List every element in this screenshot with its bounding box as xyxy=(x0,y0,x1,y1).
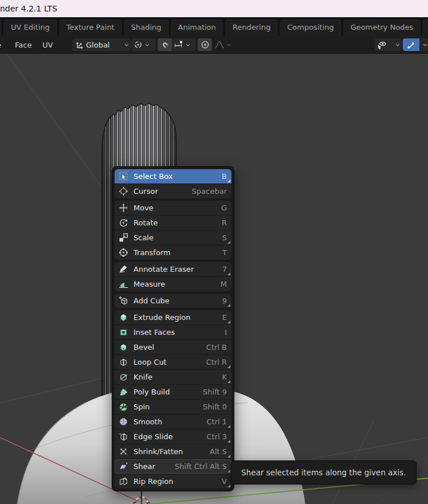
tool-menu-item-smooth[interactable]: SmoothCtrl 1 xyxy=(115,414,231,429)
subtools-corner-icon xyxy=(227,241,230,244)
tab-uv-editing[interactable]: UV Editing xyxy=(3,19,57,36)
tool-menu-item-spin[interactable]: SpinShift 0 xyxy=(115,399,231,414)
tool-label: Transform xyxy=(133,248,171,257)
subtools-corner-icon xyxy=(227,470,230,472)
tool-label: Rip Region xyxy=(133,477,174,486)
tool-menu-item-poly-build[interactable]: Poly BuildShift 9 xyxy=(115,384,231,399)
chevron-down-icon xyxy=(123,41,131,49)
menu-edge[interactable]: e xyxy=(0,36,1,54)
tool-menu-item-cursor[interactable]: CursorSpacebar xyxy=(115,183,231,198)
tool-menu-item-rotate[interactable]: RotateR xyxy=(115,215,231,230)
menu-uv[interactable]: UV xyxy=(42,36,53,54)
subtools-corner-icon xyxy=(227,365,230,368)
blender-window: nder 4.2.1 LTS UV EditingTexture PaintSh… xyxy=(0,0,428,504)
tool-menu-item-loop-cut[interactable]: Loop CutCtrl R xyxy=(115,354,231,369)
knife-icon xyxy=(118,372,128,382)
transform-icon xyxy=(118,248,128,258)
tool-label: Poly Build xyxy=(133,388,170,396)
tool-menu-item-add-cube[interactable]: Add Cube9 xyxy=(115,294,231,308)
tab-texture-paint[interactable]: Texture Paint xyxy=(59,19,122,36)
tool-shortcut: M xyxy=(221,280,227,288)
tool-menu-item-shrink-fatten[interactable]: Shrink/FattenAlt S xyxy=(115,444,231,459)
tab-animation[interactable]: Animation xyxy=(171,19,223,36)
tool-menu-item-edge-slide[interactable]: Edge SlideCtrl 3 xyxy=(115,429,231,444)
tool-menu-item-annotate-eraser[interactable]: Annotate Eraser7 xyxy=(115,262,231,276)
proportional-editing-icon xyxy=(200,40,210,50)
annotate-eraser-icon xyxy=(118,264,128,275)
subtools-corner-icon xyxy=(227,321,230,323)
tool-menu-item-move[interactable]: MoveG xyxy=(115,201,231,215)
tool-menu-item-rip-region[interactable]: Rip RegionV xyxy=(115,474,231,489)
tab-compositing[interactable]: Compositing xyxy=(280,19,341,36)
tool-label: Extrude Region xyxy=(133,313,190,322)
tool-menu-item-select-box[interactable]: Select BoxB xyxy=(115,169,231,183)
cursor-icon xyxy=(118,186,128,197)
tool-label: Scale xyxy=(133,233,154,242)
proportional-editing-toggle[interactable] xyxy=(198,38,212,51)
tool-group: Annotate Eraser7MeasureM xyxy=(115,262,231,291)
tab-shading[interactable]: Shading xyxy=(124,19,169,36)
tool-label: Measure xyxy=(133,280,165,288)
tool-shortcut: T xyxy=(222,248,227,257)
tool-shortcut: Shift 9 xyxy=(203,388,227,396)
tool-shortcut: R xyxy=(222,218,227,227)
tool-shortcut: Ctrl B xyxy=(206,343,227,351)
poly-build-icon xyxy=(118,387,128,397)
tool-popup-menu: Select BoxBCursorSpacebarMoveGRotateRSca… xyxy=(112,166,234,491)
show-gizmo-icon[interactable] xyxy=(403,38,419,51)
tool-shortcut: Shift 0 xyxy=(203,403,227,411)
chevron-down-icon xyxy=(421,41,428,49)
tab-partial[interactable] xyxy=(0,19,2,36)
select-box-icon xyxy=(118,171,128,182)
tool-shortcut: Spacebar xyxy=(192,187,227,196)
tab-geometry-nodes[interactable]: Geometry Nodes xyxy=(343,19,421,36)
subtools-corner-icon xyxy=(227,179,230,182)
tool-label: Move xyxy=(133,204,154,212)
scale-icon xyxy=(118,233,128,243)
tool-label: Rotate xyxy=(133,218,158,227)
tool-label: Annotate Eraser xyxy=(133,265,194,274)
chevron-down-icon xyxy=(184,41,192,49)
tool-menu-item-scale[interactable]: ScaleS xyxy=(115,230,231,245)
tool-shortcut: Alt S xyxy=(210,447,227,456)
tool-label: Shrink/Fatten xyxy=(133,447,183,456)
pivot-point-dropdown[interactable] xyxy=(131,38,156,51)
snap-toggle[interactable] xyxy=(158,38,172,51)
tool-menu-item-measure[interactable]: MeasureM xyxy=(115,276,231,291)
tab-scripti[interactable]: Scripti xyxy=(422,19,428,36)
spin-icon xyxy=(118,402,128,412)
window-titlebar: nder 4.2.1 LTS xyxy=(0,0,428,17)
chevron-down-icon xyxy=(143,41,151,49)
tool-menu-item-knife[interactable]: KnifeK xyxy=(115,369,231,384)
workspace-tabbar: UV EditingTexture PaintShadingAnimationR… xyxy=(0,17,428,36)
tool-shortcut: S xyxy=(222,233,227,242)
tool-label: Smooth xyxy=(133,417,162,426)
tool-label: Edge Slide xyxy=(133,432,173,441)
subtools-corner-icon xyxy=(227,485,230,487)
tooltip: Shear selected items along the given axi… xyxy=(231,460,417,485)
snap-increment-icon xyxy=(174,40,184,50)
tool-menu-item-bevel[interactable]: BevelCtrl B xyxy=(115,339,231,354)
tool-label: Cursor xyxy=(133,187,158,196)
tool-menu-item-shear[interactable]: ShearShift Ctrl Alt S xyxy=(115,459,231,474)
tool-group: MoveGRotateRScaleSTransformT xyxy=(115,201,231,260)
object-visibility-dropdown[interactable] xyxy=(375,38,402,51)
snap-settings-dropdown[interactable] xyxy=(172,38,195,51)
tool-menu-item-transform[interactable]: TransformT xyxy=(115,245,231,260)
window-title: nder 4.2.1 LTS xyxy=(0,4,57,13)
smooth-icon xyxy=(118,417,128,427)
subtools-corner-icon xyxy=(227,425,230,428)
show-gizmo-dropdown[interactable] xyxy=(403,38,428,51)
viewport-header: e Face UV Global xyxy=(0,36,428,54)
measure-icon xyxy=(118,279,128,290)
chevron-down-icon xyxy=(394,41,402,49)
tool-menu-item-inset-faces[interactable]: Inset FacesI xyxy=(115,325,231,339)
proportional-falloff-dropdown[interactable] xyxy=(214,36,233,54)
loop-cut-icon xyxy=(118,357,128,368)
tool-menu-item-extrude-region[interactable]: Extrude RegionE xyxy=(115,310,231,325)
tab-rendering[interactable]: Rendering xyxy=(225,19,278,36)
tool-label: Spin xyxy=(133,403,150,411)
menu-face[interactable]: Face xyxy=(15,36,32,54)
add-cube-icon xyxy=(118,296,128,306)
transform-orientation-dropdown[interactable]: Global xyxy=(72,38,131,51)
